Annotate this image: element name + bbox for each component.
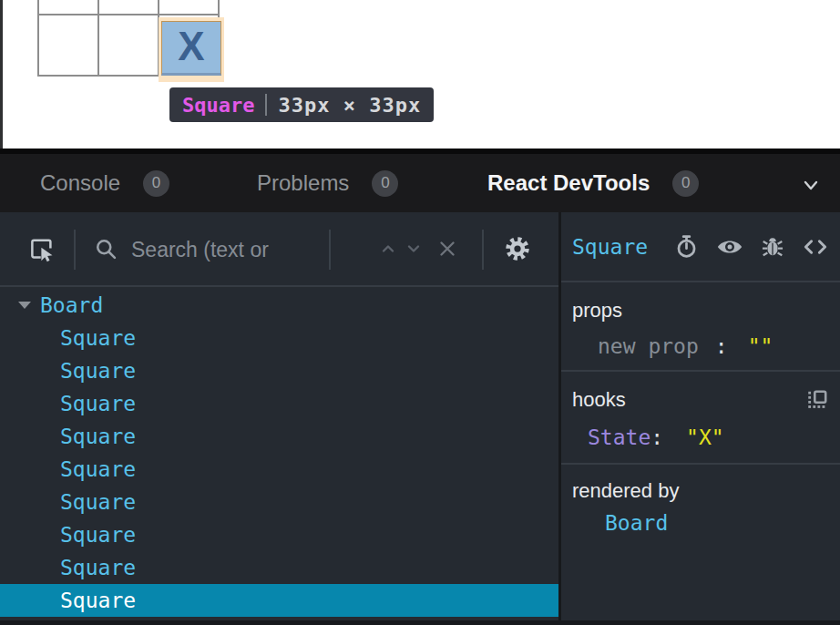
tab-console-label: Console bbox=[40, 170, 120, 196]
tooltip-divider bbox=[265, 94, 267, 116]
selected-component-name: Square bbox=[572, 235, 648, 259]
square-cell-value: X bbox=[178, 26, 204, 67]
components-tree: Board Square Square Square Square Square… bbox=[0, 289, 558, 625]
tab-problems-label: Problems bbox=[257, 170, 349, 196]
hooks-state-row[interactable]: State: "X" bbox=[572, 425, 829, 449]
tab-problems-badge: 0 bbox=[372, 170, 398, 197]
search-icon bbox=[93, 236, 118, 261]
tree-item-label: Square bbox=[60, 392, 136, 415]
board-grid-line bbox=[37, 0, 39, 77]
tree-item-label: Square bbox=[60, 490, 136, 514]
clear-search-icon[interactable] bbox=[435, 237, 459, 261]
browser-page-area: X Square 33px × 33px bbox=[0, 0, 840, 149]
react-devtools-screenshot: X Square 33px × 33px Console 0 Problems … bbox=[0, 0, 840, 625]
react-devtools-panel: Board Square Square Square Square Square… bbox=[0, 212, 840, 625]
new-prop-value[interactable]: "" bbox=[748, 334, 773, 358]
page-left-border bbox=[0, 0, 3, 149]
debug-bug-icon[interactable] bbox=[761, 235, 784, 259]
hook-name: State bbox=[588, 425, 650, 449]
tree-item-label: Square bbox=[60, 523, 136, 547]
tree-item-square[interactable]: Square bbox=[0, 420, 558, 453]
rendered-by-section: rendered by Board bbox=[561, 466, 840, 625]
tab-react-devtools-badge: 0 bbox=[672, 170, 699, 197]
view-source-code-icon[interactable] bbox=[802, 233, 829, 261]
props-row[interactable]: new prop : "" bbox=[572, 334, 829, 358]
board-grid-line bbox=[97, 0, 99, 77]
tab-react-devtools[interactable]: React DevTools 0 bbox=[487, 154, 699, 212]
details-header: Square bbox=[561, 212, 840, 282]
board-grid-line bbox=[37, 14, 220, 15]
highlighted-square-cell[interactable]: X bbox=[161, 21, 221, 76]
tree-item-square[interactable]: Square bbox=[0, 551, 558, 584]
tree-item-square[interactable]: Square bbox=[0, 453, 558, 486]
tab-console-badge: 0 bbox=[143, 170, 169, 197]
hooks-section-title: hooks bbox=[572, 388, 626, 412]
component-details-panel: Square bbox=[561, 212, 840, 625]
chevron-down-icon[interactable] bbox=[403, 238, 425, 260]
rendered-by-board-link[interactable]: Board bbox=[572, 511, 829, 535]
tree-item-square[interactable]: Square bbox=[0, 486, 558, 518]
tab-react-devtools-label: React DevTools bbox=[487, 170, 650, 196]
tree-item-label: Square bbox=[60, 589, 136, 612]
toolbar-divider bbox=[482, 230, 484, 270]
hook-state-value[interactable]: "X" bbox=[686, 425, 724, 449]
devtools-tab-bar: Console 0 Problems 0 React DevTools 0 bbox=[0, 154, 840, 212]
new-prop-placeholder[interactable]: new prop bbox=[598, 334, 699, 358]
components-toolbar bbox=[0, 212, 558, 287]
tree-item-square[interactable]: Square bbox=[0, 354, 558, 387]
hooks-colon: : bbox=[650, 425, 663, 449]
tooltip-dimensions: 33px × 33px bbox=[278, 94, 421, 117]
tree-item-label: Square bbox=[60, 359, 136, 383]
tree-item-label: Square bbox=[60, 425, 136, 448]
gear-icon[interactable] bbox=[504, 235, 531, 262]
tree-item-label: Square bbox=[60, 457, 136, 481]
tab-problems[interactable]: Problems 0 bbox=[257, 154, 398, 212]
inspect-element-icon[interactable] bbox=[28, 235, 56, 262]
window-bottom-edge bbox=[0, 620, 840, 625]
tree-item-square[interactable]: Square bbox=[0, 518, 558, 551]
props-section-title: props bbox=[572, 299, 829, 323]
tree-item-board[interactable]: Board bbox=[0, 289, 558, 322]
expand-triangle-icon[interactable] bbox=[18, 302, 31, 309]
tree-item-label: Board bbox=[40, 293, 103, 317]
props-section: props new prop : "" bbox=[561, 284, 840, 372]
hooks-section: hooks bbox=[561, 374, 840, 465]
tree-item-square[interactable]: Square bbox=[0, 387, 558, 420]
tree-item-square[interactable]: Square bbox=[0, 322, 558, 354]
props-colon: : bbox=[715, 334, 728, 358]
parse-hook-names-icon[interactable] bbox=[805, 388, 829, 412]
search-input[interactable] bbox=[131, 212, 324, 287]
chevron-up-icon[interactable] bbox=[377, 238, 399, 260]
chevron-down-icon[interactable] bbox=[800, 174, 822, 196]
tree-item-label: Square bbox=[60, 326, 136, 350]
toolbar-divider bbox=[74, 230, 76, 270]
tooltip-component-name: Square bbox=[182, 94, 254, 117]
tree-item-square-selected[interactable]: Square bbox=[0, 584, 558, 617]
toolbar-divider bbox=[329, 230, 331, 270]
rendered-by-title: rendered by bbox=[572, 479, 829, 503]
inspect-eye-icon[interactable] bbox=[716, 233, 743, 261]
element-size-tooltip: Square 33px × 33px bbox=[169, 87, 434, 122]
tree-item-label: Square bbox=[60, 556, 136, 579]
profiler-stopwatch-icon[interactable] bbox=[674, 234, 699, 259]
components-tree-panel: Board Square Square Square Square Square… bbox=[0, 212, 558, 625]
tab-console[interactable]: Console 0 bbox=[40, 154, 169, 212]
